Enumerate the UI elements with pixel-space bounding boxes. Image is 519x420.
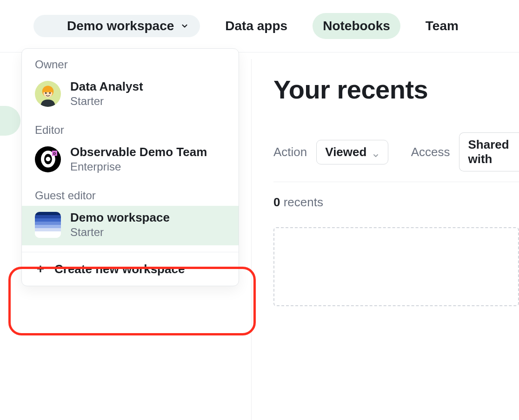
workspace-item-observable-demo-team[interactable]: D Observable Demo Team Enterprise — [22, 140, 239, 180]
workspace-item-name: Observable Demo Team — [70, 145, 207, 159]
chevron-down-icon — [180, 22, 189, 30]
sidebar-peek — [0, 106, 20, 136]
nav-notebooks[interactable]: Notebooks — [313, 13, 400, 39]
nav-team[interactable]: Team — [415, 13, 469, 39]
filter-access-label: Access — [411, 145, 450, 159]
workspace-item-demo-workspace[interactable]: Demo workspace Starter — [22, 206, 239, 245]
top-navigation: Demo workspace Data apps Notebooks Team — [0, 0, 519, 52]
dropdown-section-owner: Owner — [22, 49, 239, 75]
nav-data-apps[interactable]: Data apps — [215, 13, 298, 39]
recents-count-number: 0 — [273, 195, 280, 209]
page-title: Your recents — [273, 74, 519, 105]
filter-access-value: Shared with — [468, 138, 515, 166]
svg-point-3 — [49, 92, 51, 94]
filter-access-select[interactable]: Shared with — [459, 132, 519, 171]
workspace-item-plan: Starter — [70, 226, 170, 239]
dropdown-section-editor: Editor — [22, 114, 239, 140]
workspace-switcher[interactable]: Demo workspace — [33, 15, 200, 37]
recents-count-word: recents — [284, 195, 323, 209]
chevron-down-icon — [372, 148, 379, 156]
recents-count: 0 recents — [273, 195, 519, 210]
plus-icon: + — [35, 262, 46, 276]
workspace-item-data-analyst[interactable]: Data Analyst Starter — [22, 75, 239, 114]
create-new-workspace-button[interactable]: + Create new workspace — [22, 252, 239, 286]
workspace-item-plan: Starter — [70, 95, 143, 108]
workspace-item-name: Demo workspace — [70, 210, 170, 225]
filter-action-select[interactable]: Viewed — [316, 140, 388, 164]
filter-row: Action Viewed Access Shared with — [273, 132, 519, 182]
workspace-item-plan: Enterprise — [70, 160, 207, 173]
svg-text:D: D — [53, 151, 56, 156]
avatar-observable-icon: D — [35, 146, 61, 172]
dropdown-section-guest-editor: Guest editor — [22, 180, 239, 206]
svg-point-2 — [45, 92, 47, 94]
svg-point-6 — [46, 157, 50, 162]
empty-recents-placeholder — [273, 227, 519, 306]
workspace-name: Demo workspace — [67, 19, 174, 33]
workspace-item-name: Data Analyst — [70, 79, 143, 94]
filter-action-value: Viewed — [325, 145, 366, 159]
avatar-analyst-icon — [35, 81, 61, 107]
filter-action-label: Action — [273, 145, 307, 159]
create-new-workspace-label: Create new workspace — [54, 262, 185, 276]
vertical-divider — [251, 59, 252, 420]
main-content: Your recents Action Viewed Access Shared… — [273, 74, 519, 306]
workspace-dropdown: Owner Data Analyst Starter Editor — [21, 48, 239, 286]
avatar-demo-workspace-icon — [35, 212, 61, 238]
